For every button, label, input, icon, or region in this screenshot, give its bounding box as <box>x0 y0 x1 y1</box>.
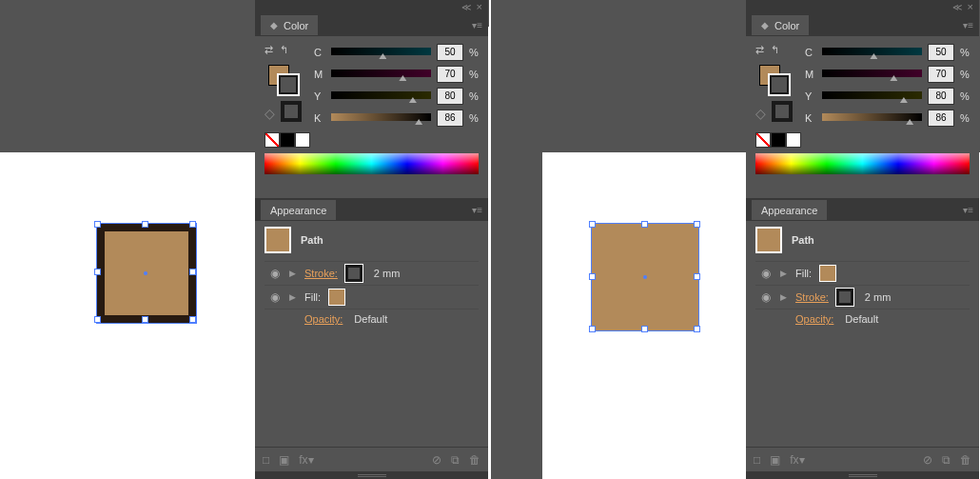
channel-label: C <box>314 47 325 58</box>
swap-icon[interactable]: ⇄ <box>265 44 276 55</box>
eye-icon[interactable]: ◉ <box>268 267 282 280</box>
stroke-swatch-small[interactable] <box>772 101 793 122</box>
opacity-row[interactable]: ◉ ▶ Opacity: Default <box>265 309 479 329</box>
spectrum-picker[interactable] <box>265 153 479 174</box>
fill-stroke-swatch[interactable] <box>755 61 805 95</box>
slider-k[interactable] <box>822 113 922 123</box>
panel-menu-icon[interactable]: ▾≡ <box>963 205 973 215</box>
stroke-row[interactable]: ◉ ▶ Stroke: 2 mm <box>265 261 479 285</box>
value-y[interactable]: 80 <box>928 88 954 105</box>
selection-swatch <box>265 227 291 253</box>
channel-label: Y <box>314 90 325 102</box>
panel-title: Color <box>774 20 799 31</box>
stroke-label[interactable]: Stroke: <box>304 268 338 279</box>
stroke-value: 2 mm <box>374 268 401 279</box>
resize-grip[interactable] <box>255 471 488 479</box>
tab-color[interactable]: ◆ Color <box>752 15 809 35</box>
value-c[interactable]: 50 <box>928 44 954 61</box>
fill-swatch[interactable] <box>328 289 345 306</box>
stroke-label[interactable]: Stroke: <box>795 291 829 303</box>
trash-icon[interactable]: 🗑 <box>469 453 480 467</box>
panel-menu-icon[interactable]: ▾≡ <box>472 205 482 215</box>
slider-m[interactable] <box>331 70 431 79</box>
slider-c[interactable] <box>822 48 922 57</box>
fx-icon[interactable]: fx▾ <box>790 453 804 467</box>
value-c[interactable]: 50 <box>437 44 463 61</box>
object-type: Path <box>792 234 814 246</box>
none-swatch[interactable] <box>265 132 280 148</box>
panel-title: Appearance <box>270 205 326 216</box>
stroke-value: 2 mm <box>865 291 892 303</box>
opacity-value: Default <box>354 313 387 325</box>
fill-row[interactable]: ◉ ▶ Fill: <box>265 285 479 309</box>
panel-menu-icon[interactable]: ▾≡ <box>472 20 482 30</box>
opacity-label[interactable]: Opacity: <box>795 313 833 325</box>
stroke-swatch[interactable] <box>345 265 363 282</box>
slider-m[interactable] <box>822 70 922 79</box>
cube-icon: ◇ <box>755 106 766 121</box>
default-icon[interactable]: ↰ <box>771 44 782 55</box>
expand-icon[interactable]: ▶ <box>780 269 788 278</box>
channel-label: K <box>314 112 325 124</box>
new-art-icon[interactable]: □ <box>263 453 269 467</box>
black-swatch[interactable] <box>771 132 786 148</box>
layer-icon[interactable]: ▣ <box>770 453 780 467</box>
new-art-icon[interactable]: □ <box>754 453 760 467</box>
fill-row[interactable]: ◉ ▶ Fill: <box>755 261 970 285</box>
opacity-label[interactable]: Opacity: <box>304 313 343 325</box>
value-y[interactable]: 80 <box>437 88 463 105</box>
opacity-row[interactable]: ◉ ▶ Opacity: Default <box>755 309 970 329</box>
value-k[interactable]: 86 <box>437 110 463 127</box>
collapse-icon[interactable]: ≪ <box>461 2 471 12</box>
tab-appearance[interactable]: Appearance <box>261 200 336 220</box>
close-icon[interactable]: × <box>477 1 482 12</box>
fx-icon[interactable]: fx▾ <box>299 453 313 467</box>
eye-icon[interactable]: ◉ <box>759 267 773 280</box>
trash-icon[interactable]: 🗑 <box>960 453 971 467</box>
expand-icon[interactable]: ▶ <box>289 292 297 302</box>
duplicate-icon[interactable]: ⧉ <box>942 453 951 467</box>
layer-icon[interactable]: ▣ <box>279 453 289 467</box>
fill-stroke-swatch[interactable] <box>265 61 314 95</box>
value-m[interactable]: 70 <box>928 66 954 83</box>
selection-swatch <box>755 227 782 253</box>
panel-menu-icon[interactable]: ▾≡ <box>963 20 973 30</box>
tab-appearance[interactable]: Appearance <box>752 200 827 220</box>
slider-y[interactable] <box>331 91 431 101</box>
default-icon[interactable]: ↰ <box>280 44 291 55</box>
tab-color[interactable]: ◆ Color <box>261 15 318 35</box>
fill-label: Fill: <box>795 268 812 279</box>
swap-icon[interactable]: ⇄ <box>755 44 767 55</box>
color-panel: ≪ × ◆ Color ▾≡ ⇄ ↰ <box>746 0 979 198</box>
slider-k[interactable] <box>331 113 431 123</box>
clear-icon[interactable]: ⊘ <box>432 453 441 467</box>
white-swatch[interactable] <box>786 132 801 148</box>
none-swatch[interactable] <box>755 132 771 148</box>
collapse-icon[interactable]: ≪ <box>952 2 962 12</box>
fill-swatch[interactable] <box>819 265 836 282</box>
duplicate-icon[interactable]: ⧉ <box>451 453 460 467</box>
stroke-swatch-small[interactable] <box>281 101 302 122</box>
slider-c[interactable] <box>331 48 431 57</box>
color-panel: ≪ × ◆ Color ▾≡ ⇄ ↰ <box>255 0 488 198</box>
value-m[interactable]: 70 <box>437 66 463 83</box>
palette-icon: ◆ <box>270 20 278 30</box>
eye-icon[interactable]: ◉ <box>759 290 773 304</box>
fill-label: Fill: <box>304 291 321 303</box>
panel-title: Color <box>284 20 308 31</box>
eye-icon[interactable]: ◉ <box>268 290 282 304</box>
stroke-row[interactable]: ◉ ▶ Stroke: 2 mm <box>755 285 970 309</box>
resize-grip[interactable] <box>746 471 979 479</box>
expand-icon[interactable]: ▶ <box>289 269 297 278</box>
spectrum-picker[interactable] <box>755 153 970 174</box>
white-swatch[interactable] <box>295 132 310 148</box>
black-swatch[interactable] <box>280 132 295 148</box>
value-k[interactable]: 86 <box>928 110 954 127</box>
slider-y[interactable] <box>822 91 922 101</box>
clear-icon[interactable]: ⊘ <box>923 453 932 467</box>
appearance-panel: Appearance ▾≡ Path ◉ ▶ Stroke: 2 mm <box>255 198 488 479</box>
expand-icon[interactable]: ▶ <box>780 292 788 302</box>
close-icon[interactable]: × <box>968 1 973 12</box>
appearance-panel: Appearance ▾≡ Path ◉ ▶ Fill: ◉ ▶ <box>746 198 979 479</box>
stroke-swatch[interactable] <box>836 289 853 306</box>
